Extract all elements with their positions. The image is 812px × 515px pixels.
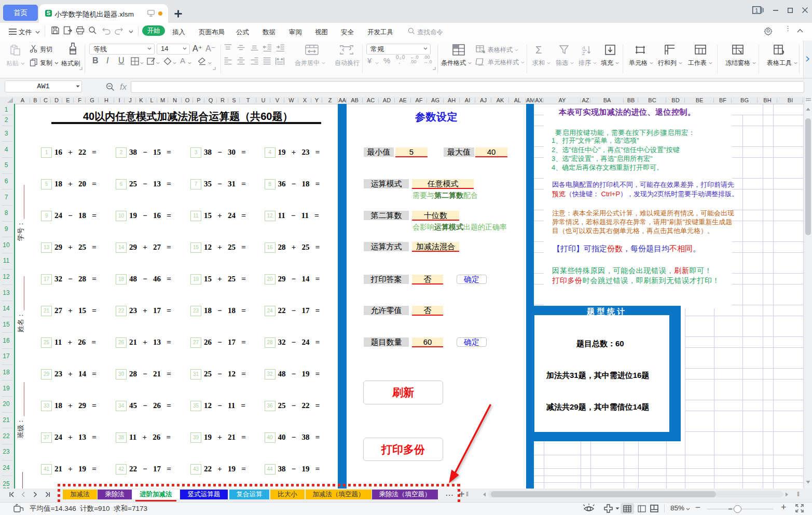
svg-text:1: 1 (755, 7, 758, 13)
svg-text:A: A (582, 45, 585, 50)
svg-text:Z: Z (582, 51, 585, 56)
